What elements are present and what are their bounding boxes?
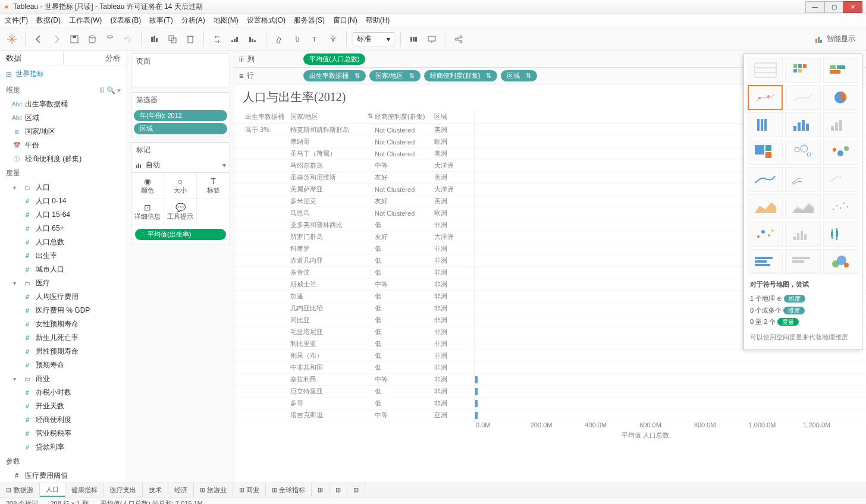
highlight-button[interactable]: [272, 32, 287, 46]
new-story-tab[interactable]: ⊞: [347, 483, 365, 497]
mark-property-详细信息[interactable]: ⊡详细信息: [131, 199, 164, 225]
menu-item[interactable]: 地图(M): [214, 15, 239, 26]
menu-item[interactable]: 文件(F): [5, 15, 28, 26]
filters-shelf[interactable]: 筛选器 年(年份): 2012区域: [131, 92, 230, 137]
table-row[interactable]: 中非共和国低非洲: [234, 362, 866, 374]
showme-viz-type[interactable]: [823, 85, 858, 110]
showme-viz-type[interactable]: [748, 167, 783, 192]
row-pill[interactable]: 国家/地区⇅: [369, 70, 421, 81]
hdr-cluster[interactable]: 经商便利度(群集): [372, 110, 432, 124]
measure-field[interactable]: #人口 0-14: [0, 194, 127, 208]
filter-pill[interactable]: 年(年份): 2012: [134, 110, 227, 121]
datasource-tab[interactable]: ⊟数据源: [0, 483, 40, 497]
minimize-button[interactable]: —: [805, 1, 824, 13]
showme-viz-type[interactable]: [748, 112, 783, 137]
menu-item[interactable]: 数据(D): [36, 15, 61, 26]
dimension-field[interactable]: 📅年份: [0, 138, 127, 152]
showme-viz-type[interactable]: [823, 58, 858, 83]
attach-button[interactable]: [290, 32, 305, 46]
sheet-tab[interactable]: 人口: [40, 483, 65, 497]
text-button[interactable]: T: [308, 32, 322, 46]
dimension-field[interactable]: Abc出生率数据桶: [0, 97, 127, 111]
sheet-tab[interactable]: 经济: [168, 483, 194, 497]
sheet-tab[interactable]: 技术: [143, 483, 168, 497]
showme-viz-type[interactable]: [785, 194, 820, 219]
menu-item[interactable]: 故事(T): [149, 15, 172, 26]
showme-viz-type[interactable]: [748, 222, 783, 247]
table-row[interactable]: 塔吉克斯坦中等亚洲: [234, 410, 866, 421]
showme-viz-type[interactable]: [748, 58, 783, 83]
sheet-tab[interactable]: 医疗支出: [104, 483, 143, 497]
row-pill[interactable]: 出生率数据桶⇅: [303, 70, 366, 81]
fit-mode-select[interactable]: 标准▾: [353, 32, 394, 46]
menu-item[interactable]: 服务器(S): [294, 15, 325, 26]
showme-viz-type[interactable]: [785, 140, 820, 165]
sort-icon[interactable]: ⇅: [365, 110, 372, 124]
pause-auto-button[interactable]: [103, 32, 117, 46]
tab-analytics[interactable]: 分析: [64, 51, 127, 65]
measure-field[interactable]: #人口 15-64: [0, 208, 127, 222]
dimension-field[interactable]: ⓘ经商便利度 (群集): [0, 152, 127, 166]
mark-property-大小[interactable]: ○大小: [164, 173, 197, 199]
measure-field[interactable]: #医疗费用 % GDP: [0, 304, 127, 317]
sheet-tab[interactable]: ⊞旅游业: [194, 483, 233, 497]
hdr-bucket[interactable]: 出生率数据桶: [243, 110, 288, 124]
sheet-tab[interactable]: ⊞商业: [233, 483, 266, 497]
dimension-field[interactable]: ⊕国家/地区: [0, 125, 127, 138]
pin-button[interactable]: [326, 32, 340, 46]
sort-asc-button[interactable]: [228, 32, 242, 46]
tab-data[interactable]: 数据: [0, 51, 64, 65]
new-datasource-button[interactable]: [85, 32, 99, 46]
mark-property-工具提示[interactable]: 💬工具提示: [164, 199, 197, 225]
showme-viz-type[interactable]: [823, 167, 858, 192]
show-me-button[interactable]: 智能显示: [809, 34, 861, 44]
measure-field[interactable]: #办税小时数: [0, 386, 127, 399]
showme-viz-type[interactable]: [785, 58, 820, 83]
save-button[interactable]: [67, 32, 81, 46]
showme-viz-type[interactable]: [748, 85, 783, 110]
showme-viz-type[interactable]: [823, 140, 858, 165]
forward-button[interactable]: [49, 32, 64, 46]
measure-field[interactable]: #城市人口: [0, 263, 127, 276]
mark-pill-avg-birthrate[interactable]: ∴平均值(出生率): [135, 229, 226, 240]
row-pill[interactable]: 经商便利度(群集)⇅: [424, 70, 497, 81]
share-button[interactable]: [451, 32, 466, 46]
showme-viz-type[interactable]: [823, 112, 858, 137]
dimension-field[interactable]: Abc区域: [0, 111, 127, 125]
menu-item[interactable]: 帮助(H): [366, 15, 390, 26]
measure-folder[interactable]: ▾🗀商业: [0, 372, 127, 386]
mark-property-颜色[interactable]: ◉颜色: [131, 173, 164, 199]
mark-property-标签[interactable]: T标签: [197, 173, 230, 199]
row-pill[interactable]: 区域⇅: [501, 70, 537, 81]
maximize-button[interactable]: ▢: [824, 1, 843, 13]
back-button[interactable]: [32, 32, 46, 46]
presentation-button[interactable]: [425, 32, 439, 46]
measure-field[interactable]: #贷款利率: [0, 440, 127, 454]
showme-viz-type[interactable]: [823, 222, 858, 247]
sheet-tab[interactable]: 健康指标: [65, 483, 104, 497]
showme-viz-type[interactable]: [748, 249, 783, 274]
showme-viz-type[interactable]: [785, 85, 820, 110]
mark-type-select[interactable]: 自动 ▾: [131, 158, 230, 173]
showme-viz-type[interactable]: [785, 249, 820, 274]
measure-field[interactable]: #出生率: [0, 249, 127, 263]
measure-folder[interactable]: ▾🗀医疗: [0, 276, 127, 290]
swap-button[interactable]: [210, 32, 224, 46]
hdr-region[interactable]: 区域: [432, 110, 475, 124]
show-hide-cards-button[interactable]: [407, 32, 421, 46]
measure-field[interactable]: #营业税税率: [0, 427, 127, 440]
menu-item[interactable]: 仪表板(B): [110, 15, 141, 26]
measure-field[interactable]: #预期寿命: [0, 358, 127, 372]
pages-shelf[interactable]: 页面: [131, 53, 230, 87]
duplicate-button[interactable]: [165, 32, 180, 46]
measure-field[interactable]: #人口 65+: [0, 222, 127, 235]
measure-field[interactable]: #新生儿死亡率: [0, 331, 127, 345]
measure-field[interactable]: #人均医疗费用: [0, 290, 127, 304]
tableau-icon[interactable]: [5, 32, 19, 46]
clear-button[interactable]: [183, 32, 197, 46]
new-dashboard-tab[interactable]: ⊞: [330, 483, 347, 497]
showme-viz-type[interactable]: [785, 167, 820, 192]
close-button[interactable]: ✕: [843, 1, 862, 13]
undo-button[interactable]: [121, 32, 135, 46]
table-row[interactable]: 刚果（布）低非洲: [234, 350, 866, 362]
